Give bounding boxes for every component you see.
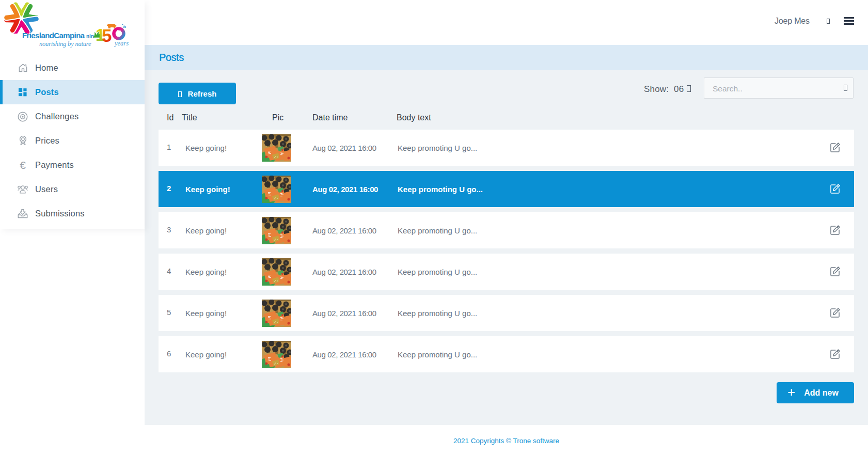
svg-text:years: years [114, 40, 129, 47]
